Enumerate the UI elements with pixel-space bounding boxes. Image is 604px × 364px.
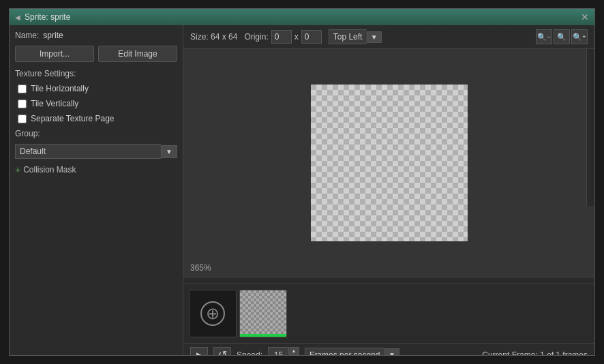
speed-down-button[interactable]: ▼ <box>289 355 299 356</box>
title-bar: ◀ Sprite: sprite ✕ <box>10 9 594 25</box>
speed-input-wrap: 15 ▲ ▼ <box>268 347 299 356</box>
separate-texture-row: Separate Texture Page <box>18 114 177 123</box>
import-button[interactable]: Import... <box>15 46 94 62</box>
title-arrow-icon: ◀ <box>15 14 20 21</box>
tile-vertically-checkbox[interactable] <box>18 100 27 108</box>
zoom-controls: 🔍− 🔍 🔍+ <box>536 29 588 44</box>
tile-vertically-label: Tile Vertically <box>31 99 78 108</box>
origin-dropdown-wrapper: Top Left ▼ <box>329 29 382 44</box>
play-button[interactable]: ▶ <box>190 347 208 356</box>
origin-label: Origin: <box>244 32 268 42</box>
svg-rect-4 <box>311 85 468 241</box>
frame-thumbnail[interactable] <box>239 290 287 337</box>
close-button[interactable]: ✕ <box>581 12 589 22</box>
vertical-scrollbar[interactable] <box>586 49 594 206</box>
fps-dropdown-wrap: Frames per second ▼ <box>305 348 399 356</box>
size-info: Size: 64 x 64 <box>190 32 237 42</box>
group-dropdown-arrow[interactable]: ▼ <box>161 145 177 158</box>
zoom-out-button[interactable]: 🔍− <box>536 29 552 44</box>
loop-button[interactable]: ↺ <box>213 347 231 356</box>
button-row: Import... Edit Image <box>15 46 177 62</box>
canvas-area: 365% <box>183 49 594 277</box>
origin-x-input[interactable]: 0 <box>271 30 292 44</box>
add-frame-icon: ⊕ <box>200 301 225 326</box>
separate-texture-label: Separate Texture Page <box>31 114 115 123</box>
add-frame-button[interactable]: ⊕ <box>189 290 237 337</box>
collision-mask-row[interactable]: + Collision Mask <box>15 164 177 175</box>
edit-image-button[interactable]: Edit Image <box>98 46 177 62</box>
window-title: Sprite: sprite <box>25 12 70 22</box>
speed-up-button[interactable]: ▲ <box>289 348 299 355</box>
tile-vertically-row: Tile Vertically <box>18 99 177 108</box>
speed-input[interactable]: 15 <box>268 347 288 356</box>
collision-mask-label: Collision Mask <box>23 165 76 175</box>
frame-checker <box>240 290 287 337</box>
zoom-level-label: 365% <box>190 263 211 273</box>
origin-sep: x <box>295 32 299 42</box>
frames-strip: ⊕ <box>183 284 594 343</box>
current-frame-label: Current Frame: 1 of 1 frames <box>482 350 588 356</box>
group-label: Group: <box>15 129 177 138</box>
main-content: Name: sprite Import... Edit Image Textur… <box>10 25 594 355</box>
origin-y-input[interactable]: 0 <box>301 30 322 44</box>
origin-preset-dropdown[interactable]: Top Left <box>329 29 367 44</box>
frames-area: ⊕ <box>183 284 594 355</box>
main-window: ◀ Sprite: sprite ✕ Name: sprite Import..… <box>9 8 595 356</box>
texture-settings-label: Texture Settings: <box>15 69 177 78</box>
origin-row: Origin: 0 x 0 <box>244 30 321 44</box>
plus-icon: + <box>15 164 20 175</box>
group-dropdown[interactable]: Default <box>15 144 161 159</box>
fps-dropdown[interactable]: Frames per second <box>305 348 384 356</box>
svg-rect-9 <box>240 290 287 337</box>
tile-horizontally-row: Tile Horizontally <box>18 84 177 93</box>
fps-dropdown-arrow[interactable]: ▼ <box>384 348 399 355</box>
playback-bar: ▶ ↺ Speed: 15 ▲ ▼ Frames per second <box>183 343 594 355</box>
horizontal-scrollbar[interactable] <box>183 277 594 284</box>
left-panel: Name: sprite Import... Edit Image Textur… <box>10 25 183 355</box>
name-row: Name: sprite <box>15 31 177 40</box>
title-bar-left: ◀ Sprite: sprite <box>15 12 70 22</box>
tile-horizontally-checkbox[interactable] <box>18 85 27 93</box>
origin-dropdown-arrow[interactable]: ▼ <box>367 31 382 43</box>
top-toolbar: Size: 64 x 64 Origin: 0 x 0 Top Left ▼ 🔍… <box>183 25 594 49</box>
zoom-reset-button[interactable]: 🔍 <box>554 29 570 44</box>
zoom-in-button[interactable]: 🔍+ <box>571 29 588 44</box>
speed-label: Speed: <box>237 350 262 356</box>
separate-texture-checkbox[interactable] <box>18 115 27 123</box>
right-panel: Size: 64 x 64 Origin: 0 x 0 Top Left ▼ 🔍… <box>183 25 594 355</box>
name-label: Name: <box>15 31 39 40</box>
sprite-name: sprite <box>43 31 63 40</box>
sprite-canvas <box>311 85 468 241</box>
speed-spinners: ▲ ▼ <box>288 347 299 356</box>
group-dropdown-row: Default ▼ <box>15 144 177 159</box>
tile-horizontally-label: Tile Horizontally <box>31 84 89 93</box>
frame-selected-indicator <box>240 334 286 337</box>
